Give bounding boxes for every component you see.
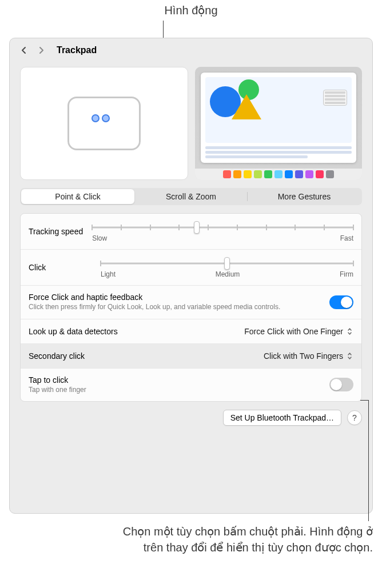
tap-to-click-label: Tap to click [29, 375, 86, 385]
shape-triangle-icon [232, 94, 261, 119]
click-slider[interactable] [101, 257, 353, 270]
slider-min-label: Light [101, 270, 116, 278]
dock-app-icon [274, 170, 282, 178]
titlebar: Trackpad [10, 38, 372, 59]
tab-more-gestures[interactable]: More Gestures [248, 189, 361, 204]
force-click-label: Force Click and haptic feedback [29, 293, 323, 302]
finger-dot-icon [102, 114, 110, 122]
row-click: Click Light Medium Firm [21, 250, 361, 286]
tab-scroll-zoom[interactable]: Scroll & Zoom [134, 189, 248, 204]
dock-app-icon [285, 170, 293, 178]
tracking-speed-label: Tracking speed [29, 227, 83, 236]
force-click-toggle[interactable] [329, 295, 353, 309]
settings-window: Trackpad [9, 38, 373, 514]
forward-button[interactable] [35, 44, 47, 57]
help-button[interactable]: ? [347, 410, 362, 425]
finger-dot-icon [91, 114, 100, 122]
row-secondary-click: Secondary click Click with Two Fingers [21, 344, 361, 369]
bottom-bar: Set Up Bluetooth Trackpad… ? [10, 402, 372, 434]
page-title: Trackpad [57, 45, 97, 55]
lookup-label: Look up & data detectors [29, 327, 118, 336]
dock-app-icon [316, 170, 324, 178]
slider-max-label: Firm [340, 270, 353, 278]
preview-row [10, 59, 372, 186]
popup-chevrons-icon [345, 351, 353, 361]
settings-list: Tracking speed Slow Fast Click Light [20, 213, 362, 402]
dock-app-icon [244, 170, 252, 178]
setup-bluetooth-button[interactable]: Set Up Bluetooth Trackpad… [223, 410, 341, 426]
row-tap-to-click: Tap to click Tap with one finger [21, 369, 361, 402]
dock-app-icon [223, 170, 231, 178]
dock-preview [195, 169, 362, 180]
back-button[interactable] [18, 44, 30, 57]
tab-point-click[interactable]: Point & Click [21, 189, 134, 204]
row-force-click: Force Click and haptic feedback Click th… [21, 286, 361, 319]
tracking-speed-slider[interactable] [92, 221, 353, 234]
row-lookup: Look up & data detectors Force Click wit… [21, 319, 361, 344]
tab-group: Point & ClickScroll & ZoomMore Gestures [20, 188, 362, 205]
dock-app-icon [254, 170, 262, 178]
callout-bottom-line [368, 400, 369, 521]
secondary-click-popup[interactable]: Click with Two Fingers [264, 351, 353, 361]
callout-top-label: Hình động [0, 3, 382, 17]
dock-app-icon [233, 170, 241, 178]
dock-app-icon [295, 170, 303, 178]
dock-app-icon [264, 170, 272, 178]
lookup-value: Force Click with One Finger [244, 327, 343, 336]
dock-app-icon [326, 170, 334, 178]
slider-max-label: Fast [340, 234, 353, 242]
trackpad-shape [67, 97, 141, 150]
slider-min-label: Slow [92, 234, 107, 242]
lookup-popup[interactable]: Force Click with One Finger [244, 326, 353, 337]
tap-to-click-toggle[interactable] [329, 378, 353, 391]
secondary-click-label: Secondary click [29, 351, 85, 361]
popup-chevrons-icon [345, 326, 353, 337]
callout-bottom-label: Chọn một tùy chọn bấm chuột phải. Hình đ… [117, 523, 373, 555]
row-tracking-speed: Tracking speed Slow Fast [21, 214, 361, 250]
tap-to-click-desc: Tap with one finger [29, 386, 86, 395]
slider-mid-label: Medium [216, 270, 240, 278]
desktop-animation [195, 67, 362, 180]
dock-app-icon [305, 170, 313, 178]
click-label: Click [29, 263, 91, 272]
trackpad-animation [20, 67, 188, 180]
context-menu-icon [323, 90, 347, 106]
secondary-click-value: Click with Two Fingers [264, 351, 343, 361]
force-click-desc: Click then press firmly for Quick Look, … [29, 303, 323, 312]
